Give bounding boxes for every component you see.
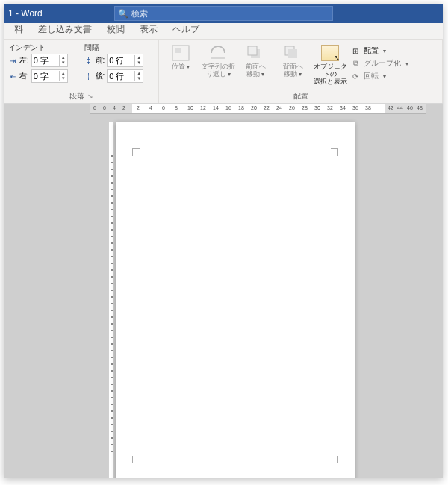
document-area: 6642246810121416182022242628303234363842… xyxy=(4,104,443,478)
spin-down[interactable]: ▼ xyxy=(135,60,143,66)
rotate-icon: ⟳ xyxy=(350,72,361,81)
search-placeholder: 検索 xyxy=(131,8,148,19)
group-icon: ⧉ xyxy=(350,59,361,68)
align-button[interactable]: ⊞配置▾ xyxy=(350,46,408,56)
page[interactable]: ⌐ xyxy=(116,122,355,478)
horizontal-ruler[interactable]: 6642246810121416182022242628303234363842… xyxy=(90,104,426,114)
indent-left-label: 左: xyxy=(19,55,29,66)
svg-rect-4 xyxy=(248,46,257,55)
indent-right-input[interactable] xyxy=(32,72,59,81)
align-icon: ⊞ xyxy=(350,47,361,55)
indent-right-spinner[interactable]: ▲▼ xyxy=(31,69,68,83)
spin-down[interactable]: ▼ xyxy=(60,60,67,66)
vertical-ruler[interactable] xyxy=(108,122,114,478)
ribbon-tabs: 料 差し込み文書 校閲 表示 ヘルプ xyxy=(4,23,443,40)
group-paragraph-title: 段落 xyxy=(69,91,84,101)
tab-view[interactable]: 表示 xyxy=(132,20,165,39)
indent-left-input[interactable] xyxy=(32,56,59,65)
spin-up[interactable]: ▲ xyxy=(60,71,67,76)
cursor-icon: ↖ xyxy=(334,54,340,62)
wrap-text-button[interactable]: 文字列の折 り返し▾ xyxy=(201,44,235,78)
spin-up[interactable]: ▲ xyxy=(135,71,143,76)
spacing-before-spinner[interactable]: ▲▼ xyxy=(107,54,143,67)
group-paragraph: インデント ⇥ 左: ▲▼ ⇤ 右: ▲▼ xyxy=(4,40,159,103)
spin-down[interactable]: ▼ xyxy=(60,76,67,81)
text-cursor: ⌐ xyxy=(137,462,141,470)
position-button[interactable]: 位置▾ xyxy=(164,44,198,71)
spacing-after-spinner[interactable]: ▲▼ xyxy=(107,69,143,83)
document-title: 1 - Word xyxy=(8,8,114,19)
spacing-before-label: 前: xyxy=(96,55,105,66)
svg-rect-6 xyxy=(288,49,297,58)
group-button[interactable]: ⧉グループ化▾ xyxy=(350,58,408,69)
tab-references-partial[interactable]: 料 xyxy=(7,20,31,39)
spin-up[interactable]: ▲ xyxy=(60,55,67,60)
bring-forward-button[interactable]: 前面へ 移動▾ xyxy=(238,44,273,78)
margin-marker-tr xyxy=(331,148,338,156)
indent-header: インデント xyxy=(8,43,78,51)
search-icon: 🔍 xyxy=(118,9,128,19)
wrap-text-icon xyxy=(208,44,228,62)
spacing-after-icon: ‡ xyxy=(84,72,93,81)
svg-rect-1 xyxy=(175,48,181,53)
selection-pane-button[interactable]: ↖ オブジェクトの 選択と表示 xyxy=(313,44,347,85)
search-box[interactable]: 🔍 検索 xyxy=(114,6,333,21)
selection-pane-icon: ↖ xyxy=(320,44,340,62)
margin-marker-tl xyxy=(132,148,140,156)
paragraph-launcher-icon[interactable]: ↘ xyxy=(87,93,93,100)
tab-mailings[interactable]: 差し込み文書 xyxy=(31,20,99,39)
send-backward-icon xyxy=(282,44,303,62)
spacing-after-label: 後: xyxy=(96,71,105,81)
group-arrange: 位置▾ 文字列の折 り返し▾ 前面へ 移動▾ 背面へ 移動▾ ↖ xyxy=(159,40,443,103)
indent-left-spinner[interactable]: ▲▼ xyxy=(31,54,68,67)
spin-up[interactable]: ▲ xyxy=(135,55,143,60)
spacing-before-icon: ‡ xyxy=(84,57,93,65)
indent-right-icon: ⇤ xyxy=(8,72,17,81)
rotate-button[interactable]: ⟳回転▾ xyxy=(350,71,408,81)
spin-down[interactable]: ▼ xyxy=(135,76,143,81)
indent-left-icon: ⇥ xyxy=(8,57,17,65)
tab-help[interactable]: ヘルプ xyxy=(165,20,207,39)
send-backward-button[interactable]: 背面へ 移動▾ xyxy=(276,44,310,78)
tab-review[interactable]: 校閲 xyxy=(99,20,132,39)
group-arrange-title: 配置 xyxy=(164,91,438,101)
spacing-header: 間隔 xyxy=(84,43,155,51)
bring-forward-icon xyxy=(245,44,266,62)
indent-right-label: 右: xyxy=(19,71,29,81)
margin-marker-br xyxy=(331,456,338,463)
position-icon xyxy=(170,44,191,62)
spacing-before-input[interactable] xyxy=(108,56,134,65)
spacing-after-input[interactable] xyxy=(108,72,134,81)
ribbon: インデント ⇥ 左: ▲▼ ⇤ 右: ▲▼ xyxy=(4,40,443,104)
